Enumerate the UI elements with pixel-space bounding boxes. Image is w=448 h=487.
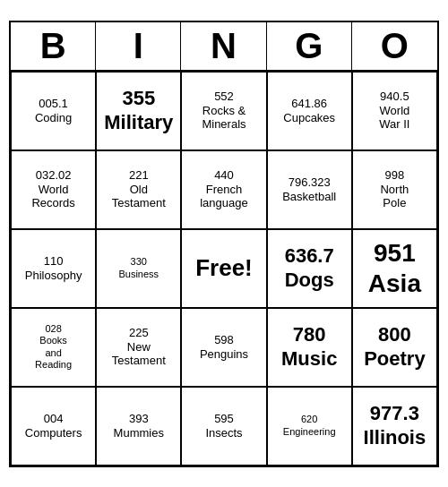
header-letter: I bbox=[96, 22, 181, 70]
bingo-cell[interactable]: 330Business bbox=[96, 229, 181, 308]
bingo-cell[interactable]: 032.02WorldRecords bbox=[11, 150, 96, 229]
bingo-cell[interactable]: 004Computers bbox=[11, 387, 96, 466]
bingo-cell[interactable]: 110Philosophy bbox=[11, 229, 96, 308]
bingo-cell[interactable]: 940.5WorldWar II bbox=[352, 72, 437, 150]
bingo-cell[interactable]: 355Military bbox=[96, 72, 181, 150]
bingo-cell[interactable]: 225NewTestament bbox=[96, 308, 181, 387]
bingo-cell[interactable]: 393Mummies bbox=[96, 387, 181, 466]
bingo-cell[interactable]: 598Penguins bbox=[181, 308, 266, 387]
bingo-cell[interactable]: 028BooksandReading bbox=[11, 308, 96, 387]
bingo-header: BINGO bbox=[11, 22, 437, 72]
bingo-grid: 005.1Coding355Military552Rocks &Minerals… bbox=[11, 72, 437, 466]
bingo-cell[interactable]: 951Asia bbox=[352, 229, 437, 308]
bingo-cell[interactable]: 977.3Illinois bbox=[352, 387, 437, 466]
bingo-cell[interactable]: 800Poetry bbox=[352, 308, 437, 387]
bingo-cell[interactable]: 440Frenchlanguage bbox=[181, 150, 266, 229]
bingo-cell[interactable]: 780Music bbox=[267, 308, 352, 387]
bingo-cell[interactable]: 005.1Coding bbox=[11, 72, 96, 150]
bingo-cell[interactable]: 636.7Dogs bbox=[267, 229, 352, 308]
bingo-cell[interactable]: 552Rocks &Minerals bbox=[181, 72, 266, 150]
header-letter: B bbox=[11, 22, 96, 70]
bingo-card: BINGO 005.1Coding355Military552Rocks &Mi… bbox=[9, 21, 439, 467]
bingo-cell[interactable]: 595Insects bbox=[181, 387, 266, 466]
bingo-cell[interactable]: 221OldTestament bbox=[96, 150, 181, 229]
bingo-cell[interactable]: Free! bbox=[181, 229, 266, 308]
bingo-cell[interactable]: 796.323Basketball bbox=[267, 150, 352, 229]
header-letter: G bbox=[267, 22, 352, 70]
header-letter: O bbox=[352, 22, 437, 70]
bingo-cell[interactable]: 641.86Cupcakes bbox=[267, 72, 352, 150]
bingo-cell[interactable]: 998NorthPole bbox=[352, 150, 437, 229]
header-letter: N bbox=[181, 22, 266, 70]
bingo-cell[interactable]: 620Engineering bbox=[267, 387, 352, 466]
